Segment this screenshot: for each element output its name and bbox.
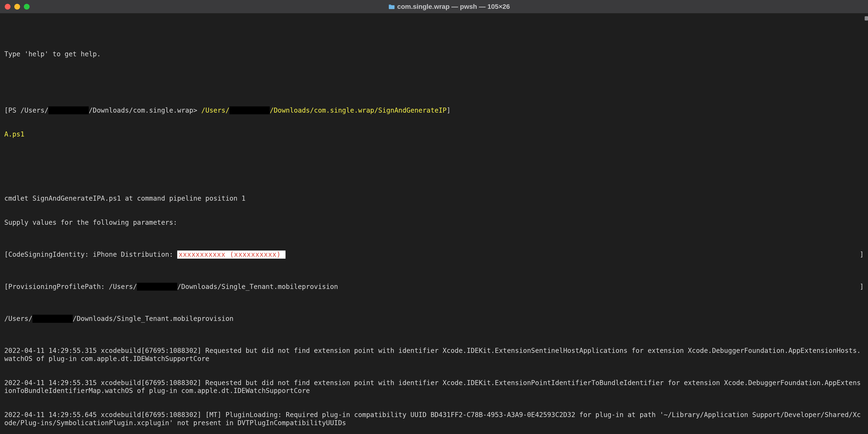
ppp-tail: /Downloads/Single_Tenant.mobileprovision xyxy=(177,283,338,290)
terminal-log: 2022-04-11 14:29:55.645 xcodebuild[67695… xyxy=(4,411,864,427)
folder-icon xyxy=(389,4,395,9)
minimize-button[interactable] xyxy=(14,4,20,9)
path-a: /Users/ xyxy=(4,315,32,322)
terminal-line: /Users/ /Downloads/Single_Tenant.mobilep… xyxy=(4,315,864,323)
redacted-username xyxy=(229,106,270,115)
codesigning-identity-line: [CodeSigningIdentity: iPhone Distributio… xyxy=(4,250,864,259)
command-text: /Users/ xyxy=(201,106,229,114)
terminal-log: 2022-04-11 14:29:55.315 xcodebuild[67695… xyxy=(4,379,864,395)
prompt-open-bracket: [ xyxy=(4,106,8,114)
window-titlebar: com.single.wrap — pwsh — 105×26 xyxy=(0,0,868,13)
bracket: ] xyxy=(860,283,864,291)
window-title-text: com.single.wrap — pwsh — 105×26 xyxy=(397,3,510,11)
terminal-blank xyxy=(4,162,864,170)
path-b: /Downloads/Single_Tenant.mobileprovision xyxy=(73,315,234,322)
prompt-close-bracket: ] xyxy=(446,106,451,114)
prompt-suffix: /Downloads/com.single.wrap> xyxy=(89,106,201,114)
window-controls xyxy=(5,4,30,9)
terminal-line: Supply values for the following paramete… xyxy=(4,219,864,227)
zoom-button[interactable] xyxy=(24,4,30,9)
bracket: [ xyxy=(4,283,8,290)
scrollbar-thumb[interactable] xyxy=(865,16,868,21)
terminal-blank xyxy=(4,74,864,82)
redacted-identity: xxxxxxxxxxx (xxxxxxxxxx) xyxy=(177,250,286,259)
prompt-prefix: PS /Users/ xyxy=(8,106,49,114)
bracket: [ xyxy=(4,250,8,258)
ppp-label: ProvisioningProfilePath: /Users/ xyxy=(8,283,137,290)
redacted-username xyxy=(49,106,89,115)
command-text: /Downloads/com.single.wrap/SignAndGenera… xyxy=(270,106,447,114)
bracket: ] xyxy=(860,250,864,259)
command-wrap: A.ps1 xyxy=(4,130,864,138)
redacted-username xyxy=(32,315,73,323)
terminal-log: 2022-04-11 14:29:55.315 xcodebuild[67695… xyxy=(4,347,864,363)
close-button[interactable] xyxy=(5,4,10,9)
terminal-prompt-line: [PS /Users/ /Downloads/com.single.wrap> … xyxy=(4,106,864,115)
terminal-line: Type 'help' to get help. xyxy=(4,50,864,58)
csi-label: CodeSigningIdentity: iPhone Distribution… xyxy=(8,250,177,258)
redacted-username xyxy=(137,283,177,291)
terminal-viewport[interactable]: Type 'help' to get help. [PS /Users/ /Do… xyxy=(0,13,868,434)
window-title: com.single.wrap — pwsh — 105×26 xyxy=(35,3,863,11)
provisioning-profile-line: [ProvisioningProfilePath: /Users/ /Downl… xyxy=(4,283,864,291)
terminal-line: cmdlet SignAndGenerateIPA.ps1 at command… xyxy=(4,194,864,203)
